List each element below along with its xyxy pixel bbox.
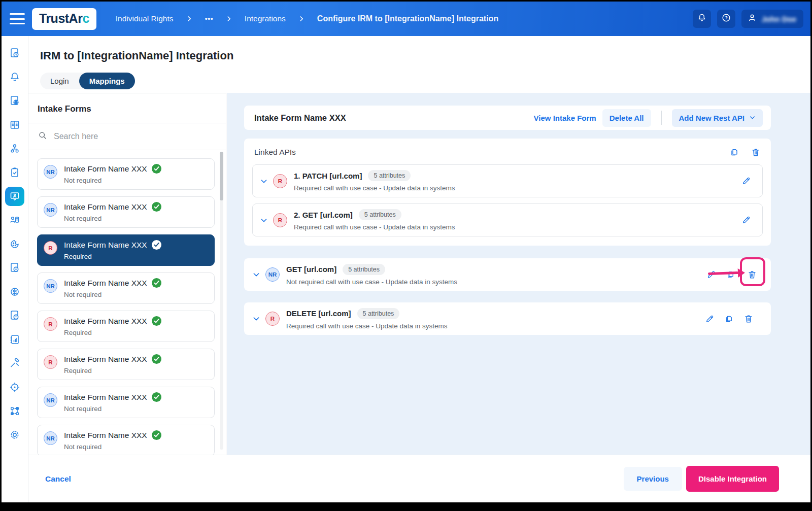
chevron-down-icon[interactable] — [252, 315, 260, 323]
intake-form-name: Intake Form Name XXX — [64, 164, 147, 174]
attributes-pill: 5 attributes — [368, 170, 411, 181]
intake-form-name: Intake Form Name XXX — [64, 241, 147, 250]
view-intake-form-link[interactable]: View Intake Form — [534, 114, 596, 122]
intake-form-item[interactable]: NR Intake Form Name XXX Not required — [37, 425, 215, 455]
brand-accent: c — [82, 11, 89, 25]
intake-form-item[interactable]: NR Intake Form Name XXX Not required — [37, 387, 215, 418]
search-input[interactable] — [54, 132, 181, 141]
gavel-icon[interactable] — [9, 357, 21, 369]
delete-icon[interactable] — [747, 269, 757, 280]
nr-badge: NR — [44, 165, 57, 179]
intake-forms-panel: Intake Forms NR Intake Form Name XXX Not… — [28, 93, 226, 455]
target-icon[interactable] — [9, 381, 21, 393]
edit-icon[interactable] — [741, 176, 751, 186]
edit-icon[interactable] — [706, 270, 716, 280]
intake-form-item[interactable]: NR Intake Form Name XXX Not required — [37, 272, 215, 304]
intake-form-name: Intake Form Name XXX — [64, 202, 147, 212]
delete-icon[interactable] — [743, 314, 754, 324]
api-card-delete: R DELETE [url.com] 5 attributes Required… — [244, 302, 771, 335]
page-title: IRM to [IntegrationName] Integration — [40, 49, 233, 62]
module-sidebar — [2, 36, 28, 502]
breadcrumb-ellipsis[interactable]: ••• — [205, 14, 213, 23]
trustarc-logo[interactable]: TrustArc — [32, 8, 96, 30]
intake-form-name: Intake Form Name XXX — [64, 279, 147, 288]
copy-icon[interactable] — [724, 314, 734, 324]
chevron-right-icon — [186, 15, 193, 22]
chevron-down-icon[interactable] — [260, 177, 268, 185]
help-button[interactable]: ? — [717, 10, 735, 28]
r-badge: R — [44, 317, 57, 331]
gear-icon[interactable] — [9, 429, 21, 441]
chevron-down-icon[interactable] — [252, 270, 260, 279]
intake-form-item-selected[interactable]: R Intake Form Name XXX Required — [37, 234, 215, 266]
api-title: 1. PATCH [url.com] — [294, 172, 362, 180]
previous-button[interactable]: Previous — [624, 467, 682, 491]
user-menu-button[interactable]: John Doe — [741, 10, 803, 28]
bell-icon — [697, 13, 707, 25]
api-description: Required call with use case - Update dat… — [286, 322, 447, 330]
report-alert-icon[interactable] — [9, 310, 21, 322]
brain-icon[interactable] — [9, 286, 21, 298]
trash-icon[interactable] — [751, 147, 761, 157]
scrollbar-track — [220, 152, 223, 450]
intake-form-name: Intake Form Name XXX — [64, 431, 147, 440]
bell-icon[interactable] — [9, 71, 21, 83]
breadcrumb-individual-rights[interactable]: Individual Rights — [116, 14, 174, 23]
question-circle-icon: ? — [721, 13, 731, 25]
api-description: Required call with use case - Update dat… — [294, 184, 455, 192]
hamburger-menu-icon[interactable] — [10, 13, 25, 24]
report-globe-icon[interactable] — [9, 95, 21, 107]
navbar-actions: ? John Doe — [693, 10, 803, 28]
intake-form-item[interactable]: NR Intake Form Name XXX Not required — [37, 158, 215, 190]
add-new-rest-api-button[interactable]: Add New Rest API — [672, 109, 763, 127]
notifications-button[interactable] — [693, 10, 711, 28]
copy-icon[interactable] — [726, 270, 735, 280]
svg-text:?: ? — [725, 15, 728, 20]
clipboard-check-icon[interactable] — [9, 166, 21, 179]
intake-form-item[interactable]: R Intake Form Name XXX Required — [37, 311, 215, 342]
cookie-icon[interactable] — [9, 238, 21, 250]
notebook-chart-icon[interactable] — [9, 333, 21, 346]
edit-icon[interactable] — [741, 215, 751, 225]
monitor-person-icon-active[interactable] — [5, 187, 24, 206]
delete-all-button[interactable]: Delete All — [602, 109, 651, 127]
api-title: 2. GET [url.com] — [294, 211, 353, 219]
tab-login[interactable]: Login — [40, 73, 79, 89]
linked-apis-card: Linked APIs R 1. PATCH [url.com] 5 attri… — [244, 139, 771, 246]
r-badge: R — [44, 241, 57, 255]
page-header: IRM to [IntegrationName] Integration Log… — [28, 36, 810, 93]
person-list-icon[interactable] — [9, 214, 21, 226]
report-eye-icon[interactable] — [9, 262, 21, 274]
scrollbar-thumb[interactable] — [220, 152, 223, 200]
copy-icon[interactable] — [729, 147, 739, 157]
intake-form-item[interactable]: NR Intake Form Name XXX Not required — [37, 196, 215, 228]
nr-badge: NR — [44, 431, 57, 445]
brand-text: TrustAr — [39, 11, 82, 25]
check-circle-icon — [152, 430, 161, 440]
intake-forms-list: NR Intake Form Name XXX Not required NR … — [28, 151, 226, 455]
library-icon[interactable] — [9, 119, 21, 131]
top-navbar: TrustArc Individual Rights ••• Integrati… — [2, 2, 810, 36]
api-title: GET [url.com] — [286, 265, 336, 274]
intake-form-status: Not required — [64, 405, 161, 413]
add-new-rest-api-label: Add New Rest API — [679, 114, 745, 122]
intake-form-status: Not required — [64, 177, 161, 184]
report-clock-icon[interactable] — [9, 47, 21, 59]
detail-form-name: Intake Form Name XXX — [254, 113, 346, 123]
edit-icon[interactable] — [705, 314, 715, 324]
cancel-link[interactable]: Cancel — [45, 474, 71, 484]
disable-integration-button[interactable]: DIsable Integration — [686, 466, 779, 492]
check-circle-icon — [152, 392, 161, 402]
breadcrumb-integrations[interactable]: Integrations — [245, 14, 286, 23]
intake-form-item[interactable]: R Intake Form Name XXX Required — [37, 349, 215, 380]
intake-form-status: Required — [64, 329, 161, 336]
check-circle-icon — [152, 202, 161, 212]
org-chart-icon[interactable] — [9, 143, 21, 155]
tab-mappings[interactable]: Mappings — [79, 73, 135, 89]
chevron-down-icon[interactable] — [260, 216, 268, 224]
check-circle-icon — [152, 164, 161, 174]
chevron-right-icon — [298, 15, 305, 22]
intake-form-status: Required — [64, 367, 161, 374]
app-window: TrustArc Individual Rights ••• Integrati… — [2, 2, 810, 502]
nodes-icon[interactable] — [9, 405, 21, 417]
